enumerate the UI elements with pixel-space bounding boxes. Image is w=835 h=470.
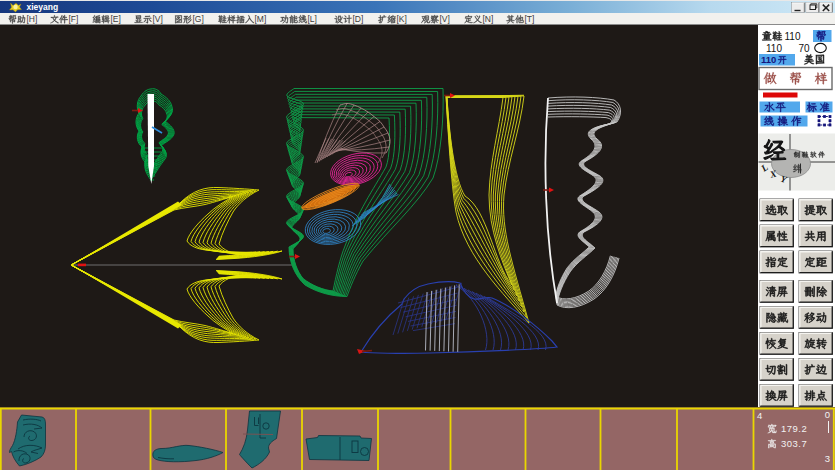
svg-text:[E]: [E] (111, 14, 121, 24)
svg-text:179.2: 179.2 (781, 423, 807, 434)
svg-text:0: 0 (825, 409, 830, 420)
svg-text:[K]: [K] (397, 14, 407, 24)
svg-text:303.7: 303.7 (781, 438, 807, 449)
svg-text:110: 110 (785, 31, 801, 42)
svg-text:[D]: [D] (353, 14, 364, 24)
svg-text:[N]: [N] (483, 14, 494, 24)
svg-text:[V]: [V] (153, 14, 163, 24)
svg-text:[G]: [G] (193, 14, 204, 24)
svg-text:[L]: [L] (308, 14, 317, 24)
svg-text:[F]: [F] (69, 14, 79, 24)
svg-text:[T]: [T] (525, 14, 535, 24)
svg-text:70: 70 (799, 43, 811, 54)
svg-text:xieyang: xieyang (27, 2, 59, 12)
svg-text:4: 4 (757, 410, 762, 421)
svg-text:110: 110 (761, 54, 776, 65)
svg-text:[M]: [M] (255, 14, 267, 24)
svg-text:110: 110 (766, 43, 782, 54)
svg-text:3: 3 (825, 453, 830, 464)
svg-text:[H]: [H] (27, 14, 38, 24)
svg-text:[V]: [V] (440, 14, 450, 24)
